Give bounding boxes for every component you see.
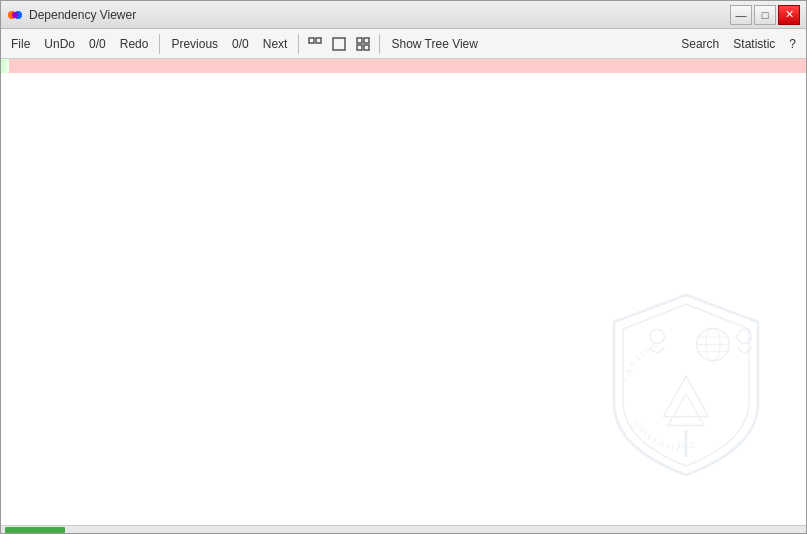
svg-rect-8	[357, 45, 362, 50]
svg-rect-5	[333, 38, 345, 50]
statistic-button[interactable]: Statistic	[727, 33, 781, 55]
maximize-button[interactable]: □	[754, 5, 776, 25]
svg-point-2	[12, 12, 18, 18]
watermark: 1902 NANJING UNIVERSITY	[596, 285, 776, 485]
svg-rect-3	[309, 38, 314, 43]
separator-2	[298, 34, 299, 54]
show-tree-view-button[interactable]: Show Tree View	[385, 33, 484, 55]
main-content: 1902 NANJING UNIVERSITY	[1, 59, 806, 525]
window-title: Dependency Viewer	[29, 8, 136, 22]
title-bar: Dependency Viewer — □ ✕	[1, 1, 806, 29]
icon-btn-2[interactable]	[328, 33, 350, 55]
notification-bar	[1, 59, 806, 73]
help-button[interactable]: ?	[783, 33, 802, 55]
svg-rect-6	[357, 38, 362, 43]
svg-rect-4	[316, 38, 321, 43]
app-icon	[7, 7, 23, 23]
content-area: 1902 NANJING UNIVERSITY	[1, 73, 806, 525]
status-bar	[1, 525, 806, 533]
title-bar-left: Dependency Viewer	[7, 7, 136, 23]
svg-marker-18	[664, 376, 709, 417]
svg-text:UNIVERSITY: UNIVERSITY	[631, 419, 689, 454]
search-button[interactable]: Search	[675, 33, 725, 55]
undo-button[interactable]: UnDo	[38, 33, 81, 55]
svg-rect-7	[364, 38, 369, 43]
close-button[interactable]: ✕	[778, 5, 800, 25]
redo-button[interactable]: Redo	[114, 33, 155, 55]
separator-1	[159, 34, 160, 54]
main-window: Dependency Viewer — □ ✕ File UnDo 0/0 Re…	[0, 0, 807, 534]
undo-count: 0/0	[83, 33, 112, 55]
icon-btn-1[interactable]	[304, 33, 326, 55]
status-indicator	[5, 527, 65, 533]
svg-rect-9	[364, 45, 369, 50]
minimize-button[interactable]: —	[730, 5, 752, 25]
nav-count: 0/0	[226, 33, 255, 55]
svg-text:NANJING: NANJING	[619, 339, 662, 385]
toolbar: File UnDo 0/0 Redo Previous 0/0 Next	[1, 29, 806, 59]
next-button[interactable]: Next	[257, 33, 294, 55]
separator-3	[379, 34, 380, 54]
window-controls: — □ ✕	[730, 5, 800, 25]
previous-button[interactable]: Previous	[165, 33, 224, 55]
file-menu[interactable]: File	[5, 33, 36, 55]
icon-btn-3[interactable]	[352, 33, 374, 55]
